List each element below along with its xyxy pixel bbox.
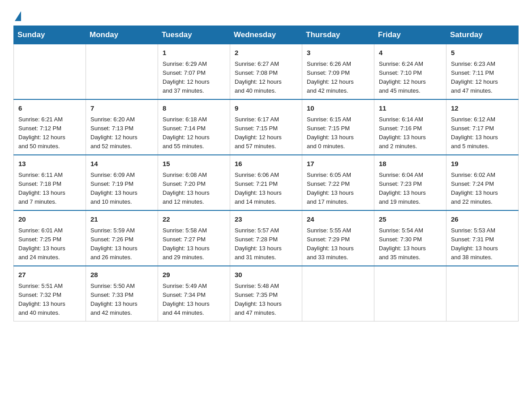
calendar-week-row: 13Sunrise: 6:11 AM Sunset: 7:18 PM Dayli… (14, 155, 519, 210)
day-number: 10 (307, 103, 369, 114)
day-info: Sunrise: 5:53 AM Sunset: 7:31 PM Dayligh… (451, 226, 514, 262)
calendar-day-cell: 8Sunrise: 6:18 AM Sunset: 7:14 PM Daylig… (158, 99, 230, 155)
day-number: 29 (163, 270, 225, 280)
day-info: Sunrise: 6:09 AM Sunset: 7:19 PM Dayligh… (90, 171, 153, 207)
day-info: Sunrise: 6:20 AM Sunset: 7:13 PM Dayligh… (90, 115, 153, 151)
page-header (13, 9, 519, 21)
day-info: Sunrise: 5:54 AM Sunset: 7:30 PM Dayligh… (379, 226, 442, 262)
calendar-day-cell: 20Sunrise: 6:01 AM Sunset: 7:25 PM Dayli… (14, 210, 86, 266)
calendar-header-row: SundayMondayTuesdayWednesdayThursdayFrid… (14, 26, 519, 44)
calendar-day-header: Sunday (14, 26, 86, 44)
calendar-day-cell: 9Sunrise: 6:17 AM Sunset: 7:15 PM Daylig… (230, 99, 302, 155)
day-number: 15 (163, 159, 225, 169)
day-number: 28 (90, 270, 153, 280)
day-info: Sunrise: 6:05 AM Sunset: 7:22 PM Dayligh… (307, 171, 369, 207)
day-info: Sunrise: 6:02 AM Sunset: 7:24 PM Dayligh… (451, 171, 514, 207)
calendar-day-cell: 7Sunrise: 6:20 AM Sunset: 7:13 PM Daylig… (86, 99, 158, 155)
calendar-day-cell: 16Sunrise: 6:06 AM Sunset: 7:21 PM Dayli… (230, 155, 302, 210)
calendar-day-cell: 17Sunrise: 6:05 AM Sunset: 7:22 PM Dayli… (302, 155, 374, 210)
calendar-day-cell: 27Sunrise: 5:51 AM Sunset: 7:32 PM Dayli… (14, 266, 86, 321)
calendar-day-cell: 4Sunrise: 6:24 AM Sunset: 7:10 PM Daylig… (374, 44, 446, 100)
day-info: Sunrise: 6:11 AM Sunset: 7:18 PM Dayligh… (18, 171, 81, 207)
day-info: Sunrise: 6:06 AM Sunset: 7:21 PM Dayligh… (235, 171, 297, 207)
day-info: Sunrise: 6:01 AM Sunset: 7:25 PM Dayligh… (18, 226, 81, 262)
day-number: 9 (235, 103, 297, 114)
calendar-day-cell: 11Sunrise: 6:14 AM Sunset: 7:16 PM Dayli… (374, 99, 446, 155)
calendar-day-cell (446, 266, 519, 321)
calendar-day-cell (14, 44, 86, 100)
day-number: 8 (163, 103, 225, 114)
day-info: Sunrise: 6:27 AM Sunset: 7:08 PM Dayligh… (235, 60, 297, 96)
calendar-day-cell: 22Sunrise: 5:58 AM Sunset: 7:27 PM Dayli… (158, 210, 230, 266)
day-number: 27 (18, 270, 81, 280)
day-info: Sunrise: 6:24 AM Sunset: 7:10 PM Dayligh… (379, 60, 442, 96)
day-number: 23 (235, 214, 297, 225)
calendar-day-cell (86, 44, 158, 100)
calendar-day-cell: 24Sunrise: 5:55 AM Sunset: 7:29 PM Dayli… (302, 210, 374, 266)
day-number: 14 (90, 159, 153, 169)
calendar-day-cell (302, 266, 374, 321)
day-info: Sunrise: 5:48 AM Sunset: 7:35 PM Dayligh… (235, 282, 297, 318)
calendar-day-cell: 26Sunrise: 5:53 AM Sunset: 7:31 PM Dayli… (446, 210, 519, 266)
day-info: Sunrise: 5:55 AM Sunset: 7:29 PM Dayligh… (307, 226, 369, 262)
day-info: Sunrise: 6:17 AM Sunset: 7:15 PM Dayligh… (235, 115, 297, 151)
day-number: 6 (18, 103, 81, 114)
day-info: Sunrise: 5:50 AM Sunset: 7:33 PM Dayligh… (90, 282, 153, 318)
day-number: 11 (379, 103, 442, 114)
day-number: 2 (235, 48, 297, 58)
logo-triangle-icon (15, 11, 21, 21)
day-info: Sunrise: 6:14 AM Sunset: 7:16 PM Dayligh… (379, 115, 442, 151)
calendar-day-cell: 19Sunrise: 6:02 AM Sunset: 7:24 PM Dayli… (446, 155, 519, 210)
calendar-week-row: 1Sunrise: 6:29 AM Sunset: 7:07 PM Daylig… (14, 44, 519, 100)
calendar-week-row: 20Sunrise: 6:01 AM Sunset: 7:25 PM Dayli… (14, 210, 519, 266)
calendar-day-cell: 6Sunrise: 6:21 AM Sunset: 7:12 PM Daylig… (14, 99, 86, 155)
day-info: Sunrise: 6:18 AM Sunset: 7:14 PM Dayligh… (163, 115, 225, 151)
day-number: 16 (235, 159, 297, 169)
day-info: Sunrise: 6:29 AM Sunset: 7:07 PM Dayligh… (163, 60, 225, 96)
calendar-day-cell: 21Sunrise: 5:59 AM Sunset: 7:26 PM Dayli… (86, 210, 158, 266)
calendar-day-header: Monday (86, 26, 158, 44)
calendar-day-cell: 12Sunrise: 6:12 AM Sunset: 7:17 PM Dayli… (446, 99, 519, 155)
day-info: Sunrise: 6:15 AM Sunset: 7:15 PM Dayligh… (307, 115, 369, 151)
calendar-day-cell: 15Sunrise: 6:08 AM Sunset: 7:20 PM Dayli… (158, 155, 230, 210)
day-info: Sunrise: 5:49 AM Sunset: 7:34 PM Dayligh… (163, 282, 225, 318)
logo (13, 9, 21, 21)
calendar-day-header: Thursday (302, 26, 374, 44)
day-number: 24 (307, 214, 369, 225)
day-info: Sunrise: 6:26 AM Sunset: 7:09 PM Dayligh… (307, 60, 369, 96)
calendar-day-cell: 5Sunrise: 6:23 AM Sunset: 7:11 PM Daylig… (446, 44, 519, 100)
day-number: 5 (451, 48, 514, 58)
calendar-day-cell: 1Sunrise: 6:29 AM Sunset: 7:07 PM Daylig… (158, 44, 230, 100)
day-info: Sunrise: 6:23 AM Sunset: 7:11 PM Dayligh… (451, 60, 514, 96)
calendar-day-header: Tuesday (158, 26, 230, 44)
calendar-day-cell: 23Sunrise: 5:57 AM Sunset: 7:28 PM Dayli… (230, 210, 302, 266)
day-info: Sunrise: 5:59 AM Sunset: 7:26 PM Dayligh… (90, 226, 153, 262)
calendar-day-cell: 13Sunrise: 6:11 AM Sunset: 7:18 PM Dayli… (14, 155, 86, 210)
day-number: 17 (307, 159, 369, 169)
day-info: Sunrise: 5:51 AM Sunset: 7:32 PM Dayligh… (18, 282, 81, 318)
day-info: Sunrise: 6:12 AM Sunset: 7:17 PM Dayligh… (451, 115, 514, 151)
day-info: Sunrise: 6:21 AM Sunset: 7:12 PM Dayligh… (18, 115, 81, 151)
day-number: 21 (90, 214, 153, 225)
day-number: 20 (18, 214, 81, 225)
calendar-day-cell: 2Sunrise: 6:27 AM Sunset: 7:08 PM Daylig… (230, 44, 302, 100)
day-info: Sunrise: 5:57 AM Sunset: 7:28 PM Dayligh… (235, 226, 297, 262)
calendar-day-header: Wednesday (230, 26, 302, 44)
calendar-table: SundayMondayTuesdayWednesdayThursdayFrid… (13, 26, 519, 321)
day-number: 12 (451, 103, 514, 114)
day-number: 26 (451, 214, 514, 225)
day-number: 4 (379, 48, 442, 58)
day-info: Sunrise: 6:08 AM Sunset: 7:20 PM Dayligh… (163, 171, 225, 207)
calendar-day-header: Friday (374, 26, 446, 44)
calendar-day-cell: 25Sunrise: 5:54 AM Sunset: 7:30 PM Dayli… (374, 210, 446, 266)
calendar-day-cell: 28Sunrise: 5:50 AM Sunset: 7:33 PM Dayli… (86, 266, 158, 321)
calendar-day-header: Saturday (446, 26, 519, 44)
calendar-day-cell: 14Sunrise: 6:09 AM Sunset: 7:19 PM Dayli… (86, 155, 158, 210)
day-number: 22 (163, 214, 225, 225)
calendar-week-row: 6Sunrise: 6:21 AM Sunset: 7:12 PM Daylig… (14, 99, 519, 155)
calendar-day-cell: 10Sunrise: 6:15 AM Sunset: 7:15 PM Dayli… (302, 99, 374, 155)
day-number: 18 (379, 159, 442, 169)
day-info: Sunrise: 6:04 AM Sunset: 7:23 PM Dayligh… (379, 171, 442, 207)
day-number: 13 (18, 159, 81, 169)
calendar-day-cell: 18Sunrise: 6:04 AM Sunset: 7:23 PM Dayli… (374, 155, 446, 210)
